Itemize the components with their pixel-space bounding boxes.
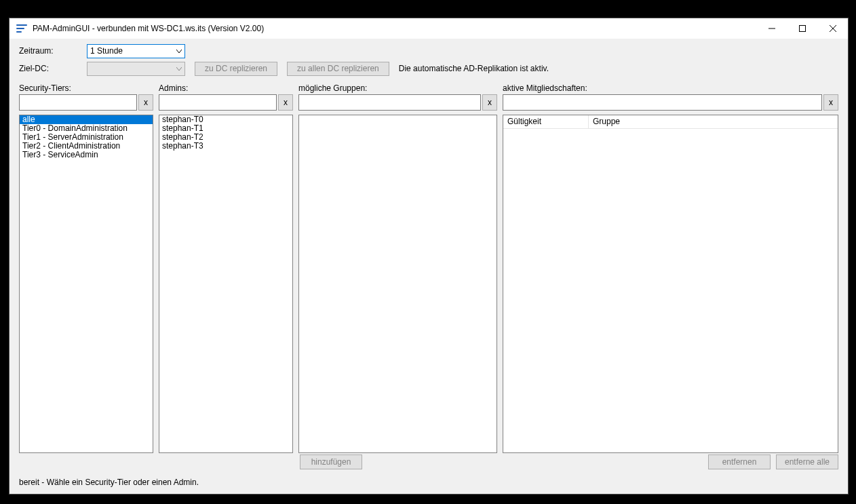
replicate-all-dc-button: zu allen DC replizieren xyxy=(287,62,389,76)
app-icon xyxy=(16,24,27,33)
admins-listbox[interactable]: stephan-T0 stephan-T1 stephan-T2 stephan… xyxy=(159,115,293,453)
close-button[interactable] xyxy=(817,18,848,39)
titlebar: PAM-AdminGUI - verbunden mit WS-DC1.ws.i… xyxy=(9,18,848,39)
zieldc-combo xyxy=(87,62,185,76)
groups-listbox[interactable] xyxy=(298,115,497,453)
chevron-down-icon xyxy=(176,64,182,73)
tiers-filter-clear-button[interactable]: x xyxy=(138,94,153,111)
list-item[interactable]: stephan-T3 xyxy=(159,142,292,151)
admins-filter-input[interactable] xyxy=(159,94,277,111)
memberships-filter-input[interactable] xyxy=(503,94,822,111)
admins-filter-clear-button[interactable]: x xyxy=(278,94,293,111)
grid-header-validity[interactable]: Gültigkeit xyxy=(503,115,588,128)
memberships-grid[interactable]: Gültigkeit Gruppe xyxy=(503,115,838,453)
tiers-filter-input[interactable] xyxy=(19,94,137,111)
remove-button: entfernen xyxy=(708,454,771,469)
zeitraum-value: 1 Stunde xyxy=(90,46,123,56)
status-bar: bereit - Wähle ein Security-Tier oder ei… xyxy=(19,478,199,487)
list-item[interactable]: Tier3 - ServiceAdmin xyxy=(20,151,153,159)
tiers-listbox[interactable]: alle Tier0 - DomainAdministration Tier1 … xyxy=(19,115,153,453)
groups-filter-clear-button[interactable]: x xyxy=(482,94,497,111)
tiers-label: Security-Tiers: xyxy=(19,81,153,94)
minimize-button[interactable] xyxy=(756,18,787,39)
replicate-dc-button: zu DC replizieren xyxy=(195,62,277,76)
chevron-down-icon xyxy=(176,46,182,56)
maximize-button[interactable] xyxy=(787,18,817,39)
replication-info: Die automatische AD-Replikation ist akti… xyxy=(399,64,549,73)
svg-rect-1 xyxy=(799,26,805,32)
groups-label: mögliche Gruppen: xyxy=(298,81,497,94)
zieldc-label: Ziel-DC: xyxy=(19,64,87,73)
remove-all-button: entferne alle xyxy=(776,454,838,469)
zeitraum-label: Zeitraum: xyxy=(19,46,87,56)
memberships-filter-clear-button[interactable]: x xyxy=(823,94,838,111)
grid-body xyxy=(503,129,838,452)
memberships-label: aktive Mitgliedschaften: xyxy=(503,81,838,94)
window-title: PAM-AdminGUI - verbunden mit WS-DC1.ws.i… xyxy=(33,24,264,33)
admins-label: Admins: xyxy=(159,81,293,94)
zeitraum-combo[interactable]: 1 Stunde xyxy=(87,44,185,58)
window: PAM-AdminGUI - verbunden mit WS-DC1.ws.i… xyxy=(9,18,849,495)
groups-filter-input[interactable] xyxy=(298,94,481,111)
add-button: hinzufügen xyxy=(300,454,362,469)
grid-header-group[interactable]: Gruppe xyxy=(588,115,838,128)
